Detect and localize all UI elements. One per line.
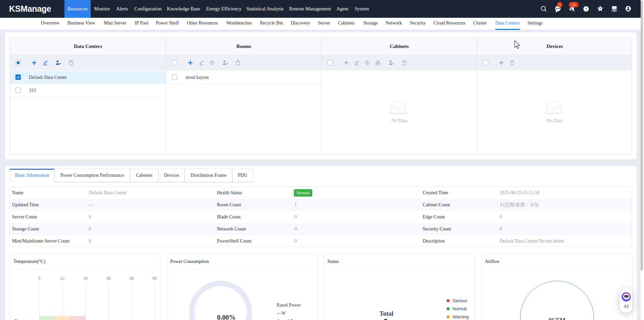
svg-text:?: ? [585, 7, 587, 11]
